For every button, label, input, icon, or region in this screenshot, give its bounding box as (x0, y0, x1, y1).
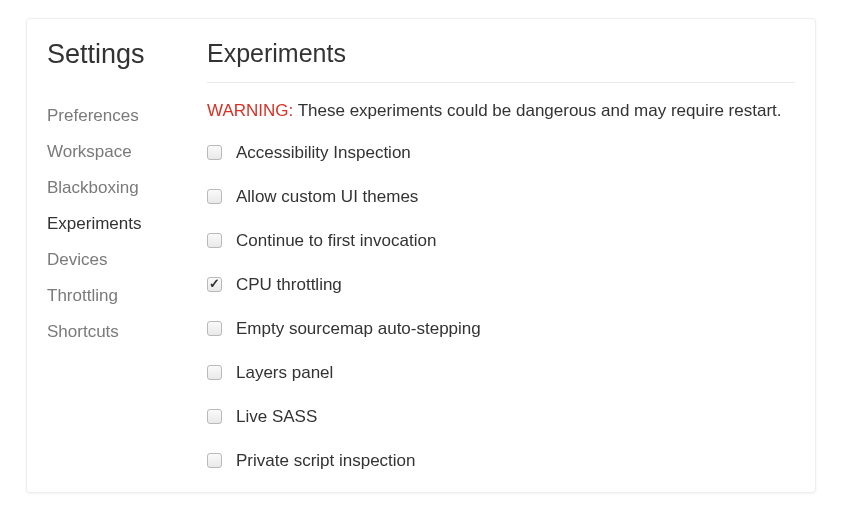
checkbox[interactable] (207, 233, 222, 248)
checkbox[interactable] (207, 409, 222, 424)
sidebar-item-shortcuts[interactable]: Shortcuts (47, 314, 192, 350)
warning-line: WARNING: These experiments could be dang… (207, 101, 795, 121)
experiment-item[interactable]: Empty sourcemap auto-stepping (207, 319, 795, 339)
sidebar-item-blackboxing[interactable]: Blackboxing (47, 170, 192, 206)
experiment-item[interactable]: Accessibility Inspection (207, 143, 795, 163)
experiment-label: Empty sourcemap auto-stepping (236, 319, 481, 339)
experiment-label: CPU throttling (236, 275, 342, 295)
divider (207, 82, 795, 83)
warning-text: These experiments could be dangerous and… (293, 101, 781, 120)
experiment-item[interactable]: CPU throttling (207, 275, 795, 295)
experiment-item[interactable]: Live SASS (207, 407, 795, 427)
sidebar-item-preferences[interactable]: Preferences (47, 98, 192, 134)
sidebar: Settings Preferences Workspace Blackboxi… (47, 39, 202, 482)
checkbox[interactable] (207, 277, 222, 292)
experiment-item[interactable]: Allow custom UI themes (207, 187, 795, 207)
experiment-label: Accessibility Inspection (236, 143, 411, 163)
sidebar-item-throttling[interactable]: Throttling (47, 278, 192, 314)
checkbox[interactable] (207, 145, 222, 160)
experiment-item[interactable]: Continue to first invocation (207, 231, 795, 251)
warning-label: WARNING: (207, 101, 293, 120)
sidebar-item-devices[interactable]: Devices (47, 242, 192, 278)
sidebar-item-experiments[interactable]: Experiments (47, 206, 192, 242)
checkbox[interactable] (207, 189, 222, 204)
experiment-label: Layers panel (236, 363, 333, 383)
checkbox[interactable] (207, 365, 222, 380)
experiment-label: Private script inspection (236, 451, 416, 471)
experiment-label: Continue to first invocation (236, 231, 436, 251)
settings-title: Settings (47, 39, 192, 70)
checkbox[interactable] (207, 321, 222, 336)
sidebar-item-workspace[interactable]: Workspace (47, 134, 192, 170)
experiment-label: Live SASS (236, 407, 317, 427)
experiment-label: Allow custom UI themes (236, 187, 418, 207)
settings-panel: Settings Preferences Workspace Blackboxi… (26, 18, 816, 493)
main-content: Experiments WARNING: These experiments c… (202, 39, 795, 482)
experiments-list: Accessibility Inspection Allow custom UI… (207, 143, 795, 471)
experiment-item[interactable]: Layers panel (207, 363, 795, 383)
checkbox[interactable] (207, 453, 222, 468)
page-title: Experiments (207, 39, 795, 68)
experiment-item[interactable]: Private script inspection (207, 451, 795, 471)
